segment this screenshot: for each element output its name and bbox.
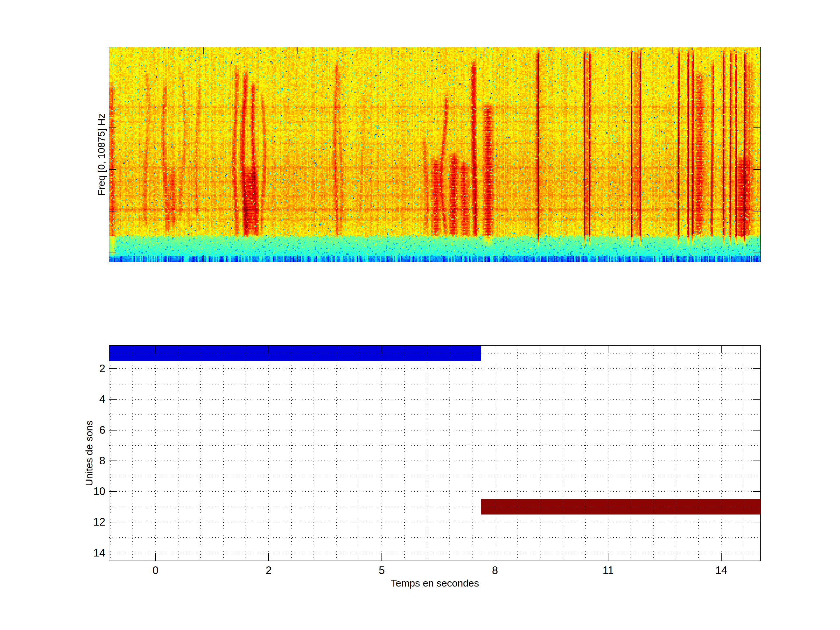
x-tick-mark (608, 346, 608, 353)
x-tick-label: 11 (603, 565, 614, 576)
x-tick-mark (721, 346, 722, 353)
timeline-ylabel: Unites de sons (83, 366, 95, 541)
x-tick-mark (673, 47, 673, 54)
y-tick-label: 14 (73, 547, 105, 559)
y-tick-mark (109, 253, 116, 253)
x-tick-label: 5 (379, 565, 385, 576)
spectrogram-tick-marks (109, 47, 760, 262)
y-tick-mark (753, 399, 760, 399)
x-tick-mark (495, 553, 495, 561)
x-tick-mark (203, 47, 204, 54)
x-tick-mark (391, 255, 392, 262)
x-tick-mark (495, 346, 495, 353)
y-tick-mark (109, 430, 117, 431)
y-tick-mark (109, 553, 117, 553)
y-tick-mark (753, 211, 760, 212)
x-tick-mark (579, 255, 579, 262)
y-tick-mark (753, 553, 760, 553)
x-tick-mark (382, 346, 382, 353)
y-tick-mark (753, 86, 760, 86)
y-tick-mark (753, 430, 760, 431)
y-tick-mark (109, 86, 116, 86)
y-tick-mark (109, 461, 117, 461)
y-tick-mark (753, 169, 760, 170)
x-tick-mark (673, 255, 673, 262)
y-tick-mark (109, 399, 117, 399)
x-tick-mark (391, 47, 392, 54)
y-tick-mark (109, 211, 116, 212)
x-tick-label: 14 (715, 565, 728, 576)
spectrogram-ylabel: Freq [0, 10875] Hz (95, 67, 107, 242)
timeline-tick-marks (109, 346, 760, 561)
x-tick-mark (721, 553, 722, 561)
x-tick-mark (297, 47, 297, 54)
x-tick-label: 2 (266, 565, 272, 576)
spectrogram-axes (109, 47, 761, 262)
y-tick-mark (109, 491, 117, 492)
x-tick-mark (297, 255, 297, 262)
y-tick-mark (753, 461, 760, 461)
y-tick-mark (753, 491, 760, 492)
x-tick-mark (485, 255, 485, 262)
timeline-axes (109, 345, 761, 561)
y-tick-mark (753, 522, 760, 523)
x-tick-mark (268, 346, 269, 353)
x-tick-mark (485, 47, 485, 54)
matlab-figure: Freq [0, 10875] Hz 02581114 2468101214 T… (0, 0, 840, 630)
y-tick-mark (753, 253, 760, 253)
y-tick-mark (753, 128, 760, 128)
x-tick-mark (203, 255, 204, 262)
x-tick-mark (268, 553, 269, 561)
x-tick-mark (608, 553, 608, 561)
x-tick-mark (579, 47, 579, 54)
y-tick-mark (109, 522, 117, 523)
y-tick-mark (109, 128, 116, 128)
x-tick-label: 0 (153, 565, 159, 576)
x-tick-mark (155, 346, 156, 353)
timeline-xlabel: Temps en secondes (347, 578, 523, 589)
y-tick-mark (109, 169, 116, 170)
y-tick-mark (753, 368, 760, 369)
x-tick-mark (155, 553, 156, 561)
y-tick-mark (109, 368, 117, 369)
x-tick-label: 8 (492, 565, 498, 576)
x-tick-mark (382, 553, 382, 561)
